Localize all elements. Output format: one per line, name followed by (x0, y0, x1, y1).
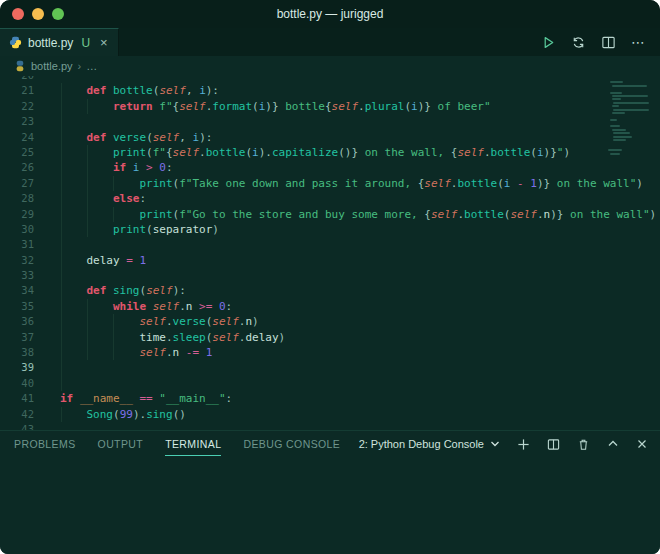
minimap-line (612, 98, 621, 100)
code-line[interactable]: 37 time.sleep(self.delay) (0, 330, 660, 345)
indent-guide (61, 407, 62, 422)
minimap-line (613, 136, 632, 138)
close-window-button[interactable] (12, 8, 24, 20)
minimap-line (613, 139, 626, 141)
code-line[interactable]: 26 if i > 0: (0, 160, 660, 175)
code-line[interactable]: 22 return f"{self.format(i)} bottle{self… (0, 99, 660, 114)
indent-guide (113, 176, 114, 191)
minimap[interactable] (608, 78, 648, 159)
indent-guide (87, 176, 88, 191)
indent-guide (61, 207, 62, 222)
indent-guide (87, 191, 88, 206)
code-line[interactable]: 41if __name__ == "__main__": (0, 391, 660, 406)
indent-guide (113, 207, 114, 222)
code-line[interactable]: 42 Song(99).sing() (0, 407, 660, 422)
code-text: print(f"Take one down and pass it around… (60, 176, 643, 191)
code-line[interactable]: 28 else: (0, 191, 660, 206)
code-text: delay = 1 (60, 253, 146, 268)
minimap-line (610, 92, 623, 94)
split-editor-icon[interactable] (601, 35, 616, 50)
minimap-line (613, 102, 649, 104)
panel-tab-output[interactable]: OUTPUT (98, 432, 144, 456)
code-line[interactable]: 39 (0, 360, 660, 375)
breadcrumb-symbol[interactable]: … (86, 60, 97, 72)
line-number: 27 (0, 176, 46, 191)
indent-guide (87, 345, 88, 360)
line-number: 29 (0, 207, 46, 222)
code-text: while self.n >= 0: (60, 299, 232, 314)
kill-terminal-trash-icon[interactable] (577, 438, 590, 451)
panel-tab-terminal[interactable]: TERMINAL (165, 432, 221, 456)
terminal-dropdown[interactable]: 2: Python Debug Console (359, 438, 500, 450)
line-number: 37 (0, 330, 46, 345)
line-number: 33 (0, 268, 46, 283)
code-line[interactable]: 38 self.n -= 1 (0, 345, 660, 360)
code-line[interactable]: 40 (0, 376, 660, 391)
minimap-line (613, 132, 630, 134)
code-text: else: (60, 191, 146, 206)
minimap-line (608, 149, 622, 151)
code-line[interactable]: 25 print(f"{self.bottle(i).capitalize()}… (0, 145, 660, 160)
more-actions-icon[interactable]: ⋯ (631, 34, 646, 50)
code-line[interactable]: 36 self.verse(self.n) (0, 314, 660, 329)
terminal-dropdown-label: 2: Python Debug Console (359, 438, 484, 450)
code-line[interactable]: 20 (0, 76, 660, 83)
new-terminal-icon[interactable] (517, 438, 530, 451)
indent-guide (61, 268, 62, 283)
open-changes-icon[interactable] (571, 35, 586, 50)
minimap-line (610, 81, 623, 83)
run-file-icon[interactable] (541, 35, 556, 50)
close-panel-icon[interactable] (636, 438, 648, 450)
indent-guide (61, 222, 62, 237)
indent-guide (113, 314, 114, 329)
tab-close-icon[interactable]: × (100, 35, 108, 50)
line-number: 31 (0, 237, 46, 252)
zoom-window-button[interactable] (52, 8, 64, 20)
line-number: 40 (0, 376, 46, 391)
breadcrumb-file[interactable]: bottle.py (31, 60, 73, 72)
split-terminal-icon[interactable] (547, 438, 560, 451)
breadcrumb[interactable]: bottle.py › … (0, 56, 660, 76)
line-number: 23 (0, 114, 46, 129)
panel-tab-problems[interactable]: PROBLEMS (14, 432, 76, 456)
code-line[interactable]: 24 def verse(self, i): (0, 130, 660, 145)
code-line[interactable]: 21 def bottle(self, i): (0, 83, 660, 98)
tab-bottle-py[interactable]: bottle.py U × (0, 28, 119, 56)
code-text: time.sleep(self.delay) (60, 330, 285, 345)
title-bar: bottle.py — jurigged (0, 0, 660, 28)
code-line[interactable]: 34 def sing(self): (0, 283, 660, 298)
minimap-line (612, 85, 648, 87)
line-number: 32 (0, 253, 46, 268)
line-number: 43 (0, 422, 46, 430)
minimap-line (612, 95, 648, 97)
code-line[interactable]: 35 while self.n >= 0: (0, 299, 660, 314)
maximize-panel-chevron-up-icon[interactable] (607, 438, 619, 450)
window-title: bottle.py — jurigged (277, 7, 384, 21)
panel-tab-debug-console[interactable]: DEBUG CONSOLE (243, 432, 340, 456)
minimap-line (612, 129, 626, 131)
indent-guide (61, 345, 62, 360)
chevron-down-icon (490, 439, 500, 449)
code-text: def bottle(self, i): (60, 83, 219, 98)
line-number: 22 (0, 99, 46, 114)
line-number: 41 (0, 391, 46, 406)
minimize-window-button[interactable] (32, 8, 44, 20)
panel-actions: 2: Python Debug Console (359, 438, 648, 451)
code-line[interactable]: 32 delay = 1 (0, 253, 660, 268)
code-line[interactable]: 23 (0, 114, 660, 129)
code-line[interactable]: 29 print(f"Go to the store and buy some … (0, 207, 660, 222)
indent-guide (61, 130, 62, 145)
indent-guide (87, 299, 88, 314)
code-editor[interactable]: 2021 def bottle(self, i):22 return f"{se… (0, 76, 660, 430)
line-number: 21 (0, 83, 46, 98)
indent-guide (61, 237, 62, 252)
code-line[interactable]: 33 (0, 268, 660, 283)
code-line[interactable]: 43 (0, 422, 660, 430)
minimap-line (612, 105, 619, 107)
code-line[interactable]: 27 print(f"Take one down and pass it aro… (0, 176, 660, 191)
indent-guide (113, 345, 114, 360)
code-line[interactable]: 30 print(separator) (0, 222, 660, 237)
indent-guide (61, 191, 62, 206)
line-number: 25 (0, 145, 46, 160)
code-line[interactable]: 31 (0, 237, 660, 252)
